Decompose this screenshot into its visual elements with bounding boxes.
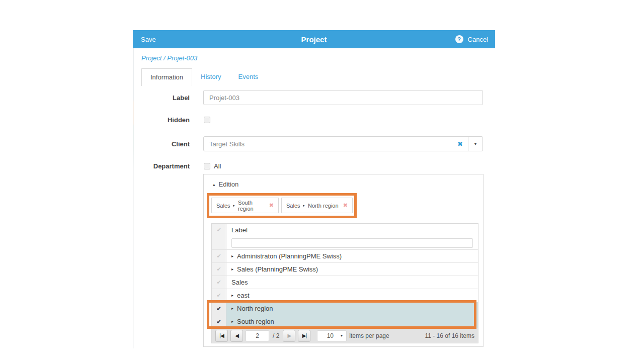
- next-page-icon: ▶: [287, 333, 291, 338]
- expand-icon[interactable]: ▸: [231, 319, 233, 324]
- client-combobox[interactable]: Target Skills ✖ ▼: [203, 136, 483, 151]
- items-range-label: 11 - 16 of 16 items: [425, 332, 475, 339]
- check-icon: ✔: [216, 227, 221, 233]
- table-row-selected[interactable]: ✔ ▸ South region: [212, 315, 478, 328]
- tag-path: Sales: [216, 203, 230, 209]
- window-title: Project: [133, 35, 495, 44]
- check-icon: ✔: [216, 318, 221, 325]
- cancel-button[interactable]: Cancel: [468, 36, 488, 43]
- table-header-row: ✔ Label: [212, 224, 478, 236]
- next-page-button[interactable]: ▶: [283, 330, 295, 342]
- page-count-label: / 2: [273, 332, 279, 339]
- hidden-checkbox[interactable]: [204, 117, 210, 123]
- tab-events[interactable]: Events: [230, 68, 267, 86]
- client-value: Target Skills: [204, 140, 452, 148]
- department-picker-panel: ▴ Edition Sales ▸ South region ✖ Sales ▸…: [203, 174, 484, 347]
- row-label: Sales: [231, 279, 248, 286]
- row-checkbox-checked[interactable]: ✔: [212, 302, 226, 315]
- label-input-value: Projet-003: [209, 94, 239, 102]
- filter-checkbox-cell: [212, 236, 226, 249]
- last-page-icon: ▶|: [302, 333, 306, 338]
- project-window: Save Project ? Cancel Project / Projet-0…: [0, 0, 644, 362]
- tab-history[interactable]: History: [192, 68, 229, 86]
- arrow-right-icon: ▸: [233, 204, 235, 208]
- remove-tag-icon[interactable]: ✖: [339, 202, 348, 209]
- check-icon: ✔: [216, 305, 221, 312]
- row-label: North region: [237, 305, 273, 312]
- items-per-page-label: items per page: [349, 332, 389, 339]
- label-field-label: Label: [133, 94, 190, 102]
- label-filter-input[interactable]: [231, 238, 473, 248]
- tab-information[interactable]: Information: [141, 68, 192, 86]
- row-label: Administraton (PlanningPME Swiss): [237, 252, 342, 260]
- previous-page-button[interactable]: ◀: [230, 330, 243, 342]
- left-edge-divider: [133, 48, 133, 348]
- expand-icon[interactable]: ▸: [231, 293, 233, 298]
- department-all-checkbox[interactable]: [204, 163, 210, 169]
- check-icon: ✔: [216, 253, 221, 259]
- table-row[interactable]: ✔ Sales: [212, 276, 478, 289]
- chevron-down-icon: ▼: [340, 334, 343, 337]
- help-icon[interactable]: ?: [455, 35, 463, 43]
- table-row[interactable]: ✔ ▸ Sales (PlanningPME Swiss): [212, 262, 478, 276]
- header-checkbox[interactable]: ✔: [212, 224, 226, 236]
- row-checkbox[interactable]: ✔: [212, 289, 226, 302]
- table-row[interactable]: ✔ ▸ Administraton (PlanningPME Swiss): [212, 249, 478, 262]
- tag-name: South region: [238, 200, 265, 212]
- page-size-select[interactable]: 10 ▼: [317, 330, 347, 341]
- row-checkbox[interactable]: ✔: [212, 276, 226, 289]
- tab-strip: Information History Events: [141, 68, 267, 86]
- arrow-right-icon: ▸: [303, 204, 305, 208]
- tag-name: North region: [308, 203, 339, 209]
- check-icon: ✔: [216, 266, 221, 273]
- first-page-button[interactable]: |◀: [215, 330, 228, 342]
- client-dropdown-button[interactable]: ▼: [468, 137, 482, 151]
- tag-path: Sales: [286, 203, 300, 209]
- check-icon: ✔: [216, 279, 221, 286]
- group-edition-header[interactable]: ▴ Edition: [213, 180, 238, 188]
- row-label: east: [237, 292, 250, 299]
- pager: |◀ ◀ / 2 ▶ ▶| 10 ▼ items per page 11 - 1…: [211, 328, 478, 343]
- label-input[interactable]: Projet-003: [203, 90, 483, 105]
- client-field-label: Client: [133, 140, 190, 148]
- remove-tag-icon[interactable]: ✖: [265, 202, 274, 209]
- column-header-label[interactable]: Label: [226, 224, 478, 236]
- table-row[interactable]: ✔ ▸ east: [212, 289, 478, 302]
- expand-icon[interactable]: ▸: [231, 267, 233, 272]
- clear-client-icon[interactable]: ✖: [452, 140, 468, 148]
- check-icon: ✔: [216, 292, 221, 299]
- chevron-down-icon: ▼: [473, 142, 477, 146]
- expand-icon[interactable]: ▸: [231, 306, 233, 311]
- group-edition-label: Edition: [219, 180, 239, 188]
- department-field-label: Department: [133, 162, 190, 170]
- page-size-value: 10: [320, 332, 340, 339]
- expand-icon[interactable]: ▸: [231, 254, 233, 258]
- row-checkbox[interactable]: ✔: [212, 263, 226, 276]
- row-checkbox[interactable]: ✔: [212, 250, 226, 262]
- selected-tag[interactable]: Sales ▸ North region ✖: [281, 198, 353, 213]
- collapse-icon: ▴: [213, 182, 215, 187]
- hidden-field-label: Hidden: [133, 116, 190, 124]
- table-filter-row: [212, 236, 478, 249]
- department-all-label: All: [214, 162, 221, 170]
- previous-page-icon: ◀: [235, 333, 238, 338]
- department-table: ✔ Label ✔ ▸ Administraton (PlanningPME S…: [211, 223, 478, 328]
- save-button[interactable]: Save: [141, 36, 156, 43]
- breadcrumb: Project / Projet-003: [141, 54, 197, 62]
- row-checkbox-checked[interactable]: ✔: [212, 315, 226, 328]
- last-page-button[interactable]: ▶|: [298, 330, 310, 342]
- title-bar: Save Project ? Cancel: [133, 30, 495, 48]
- first-page-icon: |◀: [219, 333, 223, 338]
- selected-tag[interactable]: Sales ▸ South region ✖: [211, 198, 279, 213]
- page-number-input[interactable]: [246, 330, 269, 341]
- row-label: Sales (PlanningPME Swiss): [237, 265, 318, 273]
- table-row-selected[interactable]: ✔ ▸ North region: [212, 302, 478, 315]
- row-label: South region: [237, 318, 274, 325]
